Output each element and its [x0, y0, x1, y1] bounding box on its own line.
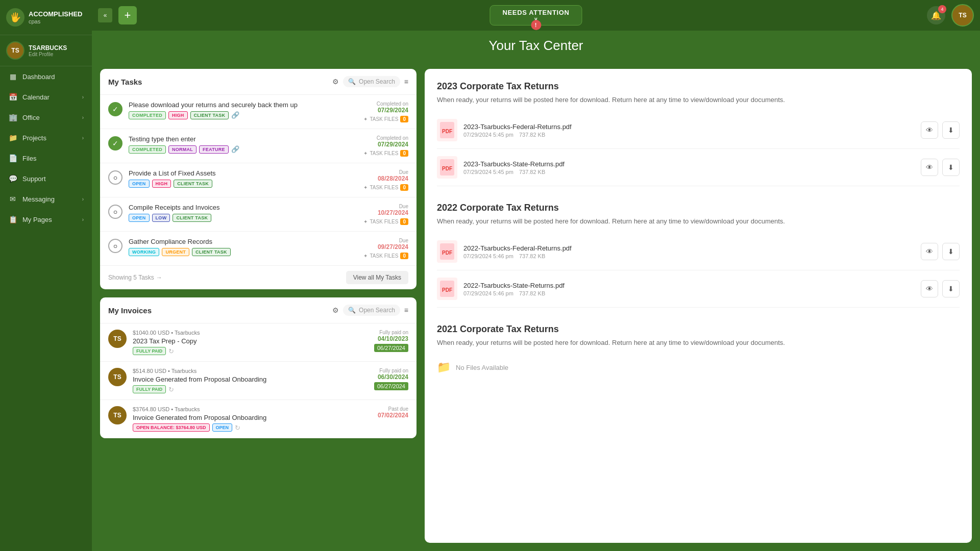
sidebar-item-messaging[interactable]: ✉ Messaging ›	[0, 189, 92, 209]
task-checkbox[interactable]: ✓	[108, 102, 122, 116]
pdf-row: PDF 2022-Tsarbucks-Federal-Returns.pdf 0…	[437, 233, 960, 270]
needs-attention-banner[interactable]: NEEDS ATTENTION ∨ !	[489, 5, 582, 26]
tag-open: OPEN	[129, 214, 150, 222]
download-pdf-button[interactable]: ⬇	[942, 121, 960, 139]
pdf-info: 2023-Tsarbucks-Federal-Returns.pdf 07/29…	[463, 123, 915, 138]
task-date: 07/29/2024	[342, 141, 408, 148]
calendar-icon: 📅	[8, 93, 17, 101]
tasks-footer: Showing 5 Tasks → View all My Tasks	[100, 266, 416, 289]
chevron-right-icon: ›	[82, 196, 84, 202]
pdf-meta: 07/29/2024 5:45 pm 737.82 KB	[463, 132, 915, 138]
refresh-icon[interactable]: ↻	[168, 386, 174, 393]
pdf-filename: 2022-Tsarbucks-State-Returns.pdf	[463, 282, 915, 289]
download-pdf-button[interactable]: ⬇	[942, 280, 960, 297]
view-all-tasks-button[interactable]: View all My Tasks	[346, 271, 408, 284]
tag-feature: FEATURE	[199, 145, 229, 154]
files-badge: 0	[400, 150, 408, 157]
sidebar-item-files[interactable]: 📄 Files	[0, 148, 92, 168]
task-date-label: Due	[342, 204, 408, 209]
chevron-right-icon: ›	[82, 135, 84, 141]
sidebar-item-label: My Pages	[22, 216, 52, 223]
tax-section-title: 2021 Corporate Tax Returns	[437, 324, 960, 335]
sort-icon[interactable]: ≡	[404, 306, 408, 314]
logo-text-area: ACCOMPLISHED cpas	[29, 10, 82, 24]
showing-count: Showing 5 Tasks →	[108, 274, 162, 281]
task-checkbox[interactable]: ○	[108, 239, 122, 253]
sidebar-item-projects[interactable]: 📁 Projects ›	[0, 128, 92, 148]
pdf-icon: PDF	[437, 278, 457, 300]
view-pdf-button[interactable]: 👁	[921, 280, 938, 297]
tag-client-task: CLIENT TASK	[192, 248, 231, 256]
pdf-meta: 07/29/2024 5:46 pm 737.82 KB	[463, 290, 915, 296]
task-checkbox[interactable]: ○	[108, 205, 122, 219]
table-row: ○ Provide a List of Fixed Assets OPEN HI…	[100, 163, 416, 197]
refresh-icon[interactable]: ↻	[168, 347, 174, 355]
view-pdf-button[interactable]: 👁	[921, 121, 938, 139]
top-bar: « + NEEDS ATTENTION ∨ ! 🔔 4 TS	[92, 0, 980, 31]
sidebar-item-label: Support	[22, 175, 46, 183]
tag-normal: NORMAL	[168, 145, 197, 154]
pdf-info: 2022-Tsarbucks-Federal-Returns.pdf 07/29…	[463, 244, 915, 259]
invoice-date1: 07/02/2024	[342, 412, 408, 419]
task-meta: Due 10/27/2024 ✦ TASK FILES 0	[342, 204, 408, 225]
sidebar-item-office[interactable]: 🏢 Office ›	[0, 107, 92, 128]
search-icon: 🔍	[348, 78, 356, 85]
task-meta: Completed on 07/29/2024 ✦ TASK FILES 0	[342, 101, 408, 122]
download-pdf-button[interactable]: ⬇	[942, 243, 960, 260]
invoice-date-label: Past due	[342, 406, 408, 412]
notification-badge: 4	[938, 5, 946, 13]
invoice-date1: 04/10/2023	[342, 335, 408, 342]
user-section[interactable]: TS TSARBUCKS Edit Profile	[0, 35, 92, 66]
pdf-actions: 👁 ⬇	[921, 243, 960, 260]
download-pdf-button[interactable]: ⬇	[942, 159, 960, 176]
profile-button[interactable]: TS	[951, 4, 974, 27]
logo-line2: cpas	[29, 18, 82, 24]
files-badge: 0	[400, 218, 408, 225]
tax-section-title: 2022 Corporate Tax Returns	[437, 203, 960, 213]
invoices-search-box[interactable]: 🔍 Open Search	[343, 305, 400, 316]
task-files-label: TASK FILES	[370, 253, 398, 259]
edit-profile-link[interactable]: Edit Profile	[29, 52, 67, 57]
pdf-size: 737.82 KB	[519, 132, 545, 138]
chevron-right-icon: ›	[82, 94, 84, 100]
sidebar-item-dashboard[interactable]: ▦ Dashboard	[0, 66, 92, 87]
no-files-area: 📁 No Files Available	[437, 355, 960, 380]
task-date: 10/27/2024	[342, 209, 408, 216]
task-info: Testing type then enter COMPLETED NORMAL…	[129, 135, 336, 154]
notification-button[interactable]: 🔔 4	[927, 6, 945, 24]
task-checkbox[interactable]: ○	[108, 170, 122, 185]
logo-line1: ACCOMPLISHED	[29, 10, 82, 18]
sidebar-item-support[interactable]: 💬 Support	[0, 168, 92, 189]
view-pdf-button[interactable]: 👁	[921, 159, 938, 176]
user-info: TSARBUCKS Edit Profile	[29, 44, 67, 57]
pdf-meta: 07/29/2024 5:46 pm 737.82 KB	[463, 253, 915, 259]
tax-section-2023: 2023 Corporate Tax Returns When ready, y…	[437, 81, 960, 186]
folder-icon: 📁	[437, 361, 451, 374]
sidebar-item-mypages[interactable]: 📋 My Pages ›	[0, 209, 92, 230]
invoice-name: 2023 Tax Prep - Copy	[133, 337, 336, 345]
invoices-actions: ⚙ 🔍 Open Search ≡	[332, 305, 408, 316]
pdf-icon: PDF	[437, 156, 457, 179]
view-pdf-button[interactable]: 👁	[921, 243, 938, 260]
invoice-name: Invoice Generated from Proposal Onboardi…	[133, 414, 336, 421]
sidebar-item-calendar[interactable]: 📅 Calendar ›	[0, 87, 92, 107]
add-button[interactable]: +	[118, 6, 137, 24]
filter-icon[interactable]: ⚙	[332, 306, 339, 314]
sidebar-item-label: Messaging	[22, 195, 55, 203]
refresh-icon[interactable]: ↻	[235, 424, 240, 432]
right-column: 2023 Corporate Tax Returns When ready, y…	[425, 69, 972, 543]
collapse-button[interactable]: «	[98, 8, 112, 22]
task-date: 09/27/2024	[342, 243, 408, 251]
pdf-filename: 2023-Tsarbucks-State-Returns.pdf	[463, 160, 915, 168]
task-files-label: TASK FILES	[370, 116, 398, 122]
task-name: Provide a List of Fixed Assets	[129, 169, 336, 177]
task-name: Gather Compliance Records	[129, 238, 336, 245]
sort-icon[interactable]: ≡	[404, 78, 408, 86]
filter-icon[interactable]: ⚙	[332, 78, 339, 86]
task-name: Please download your returns and securel…	[129, 101, 336, 109]
task-files-count: ✦ TASK FILES 0	[342, 218, 408, 225]
task-info: Provide a List of Fixed Assets OPEN HIGH…	[129, 169, 336, 188]
task-checkbox[interactable]: ✓	[108, 136, 122, 151]
task-date-label: Due	[342, 238, 408, 243]
tasks-search-box[interactable]: 🔍 Open Search	[343, 76, 400, 87]
